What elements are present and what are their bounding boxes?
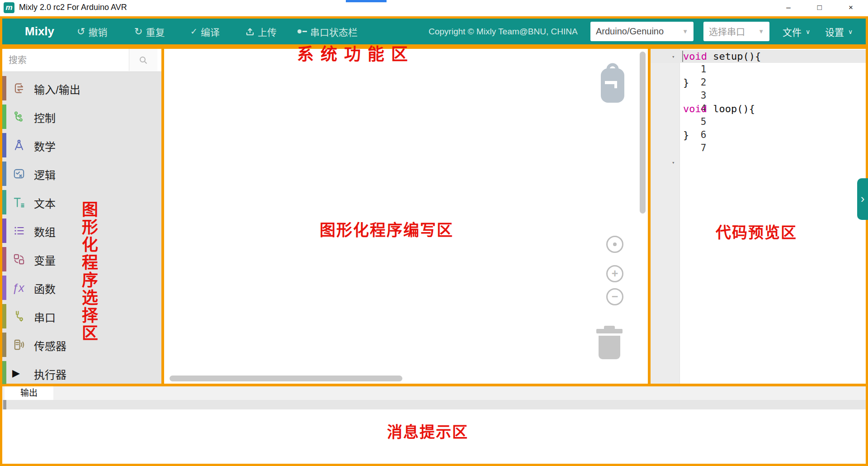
blockly-canvas[interactable]: + − 图形化程序编写区 <box>162 47 650 386</box>
play-icon: ▶ <box>12 366 26 380</box>
sidebar-item-text[interactable]: 文本 <box>2 189 161 216</box>
category-color-bar <box>2 247 6 271</box>
board-select[interactable]: Arduino/Genuino ▼ <box>590 22 693 41</box>
category-color-bar <box>2 133 6 157</box>
sidebar-item-io[interactable]: 输入/输出 <box>2 75 161 102</box>
chevron-down-icon: ∨ <box>806 28 810 35</box>
minimize-button[interactable]: – <box>776 0 801 16</box>
search-bar <box>2 49 161 72</box>
trash-icon[interactable] <box>596 326 623 362</box>
mixly-menu-button[interactable]: Mixly <box>25 19 54 44</box>
code-line: 5 ▾ void loop(){ <box>651 102 866 115</box>
array-icon <box>12 224 26 238</box>
category-color-bar <box>2 361 6 385</box>
code-preview-panel: 1 ▾ void setup(){ 2 3 } 4 5 ▾ void loop(… <box>648 47 868 386</box>
chevron-down-icon: ▼ <box>758 28 764 35</box>
code-line: 4 <box>651 89 866 102</box>
annotation-canvas-area: 图形化程序编写区 <box>320 217 453 240</box>
upload-icon <box>245 27 255 36</box>
code-line: 3 } <box>651 76 866 89</box>
port-select[interactable]: 选择串口 ▼ <box>703 22 769 41</box>
horizontal-scrollbar[interactable] <box>170 376 402 381</box>
undo-icon: ↺ <box>77 27 85 37</box>
sidebar-item-variable[interactable]: 变量 <box>2 246 161 273</box>
function-icon: ƒx <box>12 281 26 295</box>
category-color-bar <box>2 304 6 328</box>
sidebar-item-sensor[interactable]: 传感器 <box>2 331 161 358</box>
search-icon <box>139 56 148 65</box>
file-menu-button[interactable]: 文件 ∨ <box>783 19 810 44</box>
top-blue-strip <box>346 0 387 2</box>
crosshair-icon <box>613 243 617 246</box>
titlebar: m Mixly 2.0 rc2 For Arduino AVR – □ × <box>0 0 868 16</box>
io-icon <box>12 81 26 95</box>
category-color-bar <box>2 190 6 214</box>
sidebar-item-logic[interactable]: 逻辑 <box>2 160 161 187</box>
search-input[interactable] <box>8 51 125 69</box>
maximize-button[interactable]: □ <box>807 0 832 16</box>
panel-expander-button[interactable]: › <box>857 178 868 220</box>
chevron-right-icon: › <box>861 192 865 205</box>
search-button[interactable] <box>129 49 157 71</box>
category-color-bar <box>2 162 6 186</box>
category-color-bar <box>2 276 6 300</box>
control-icon <box>12 110 26 124</box>
redo-button[interactable]: ↻ 重复 <box>134 19 165 44</box>
category-color-bar <box>2 105 6 129</box>
code-line: 7 } <box>651 128 866 142</box>
sidebar-item-serial[interactable]: 串口 <box>2 303 161 330</box>
category-color-bar <box>2 333 6 357</box>
tab-output[interactable]: 输出 <box>5 386 53 400</box>
check-icon: ✓ <box>190 27 198 36</box>
zoom-in-button[interactable]: + <box>606 265 623 282</box>
serial-status-button[interactable]: 串口状态栏 <box>297 19 358 44</box>
category-color-bar <box>2 219 6 243</box>
sidebar-item-function[interactable]: ƒx 函数 <box>2 274 161 301</box>
fold-toggle-icon[interactable]: ▾ <box>672 50 675 63</box>
redo-icon: ↻ <box>134 27 142 37</box>
sensor-icon <box>12 338 26 352</box>
upload-button[interactable]: 上传 <box>245 19 277 44</box>
annotation-code-area: 代码预览区 <box>716 220 797 243</box>
block-palette-sidebar: 输入/输出 控制 数学 <box>0 47 164 386</box>
sidebar-item-actuator[interactable]: ▶ 执行器 <box>2 360 161 387</box>
code-line: 6 <box>651 115 866 128</box>
sidebar-item-math[interactable]: 数学 <box>2 132 161 159</box>
serial-dash-icon <box>302 31 307 32</box>
settings-menu-button[interactable]: 设置 ∨ <box>825 19 853 44</box>
serial-dot-icon <box>297 29 302 33</box>
window-title: Mixly 2.0 rc2 For Arduino AVR <box>19 3 127 12</box>
chevron-down-icon: ▼ <box>682 28 688 35</box>
copyright-text: Copyright © Mixly Team@BNU, CHINA <box>429 19 578 44</box>
category-color-bar <box>2 76 6 100</box>
backpack-icon[interactable] <box>598 60 627 106</box>
output-tabstrip: 输出 <box>2 386 866 400</box>
output-scroll-row <box>2 400 866 409</box>
text-icon <box>12 195 26 209</box>
sidebar-item-control[interactable]: 控制 <box>2 103 161 130</box>
close-button[interactable]: × <box>838 0 863 16</box>
serial-icon <box>12 309 26 323</box>
sidebar-item-array[interactable]: 数组 <box>2 217 161 244</box>
output-panel: 输出 消息提示区 <box>0 384 868 466</box>
variable-icon <box>12 252 26 266</box>
zoom-out-button[interactable]: − <box>606 288 623 305</box>
app-logo-icon: m <box>4 2 14 13</box>
annotation-output-area: 消息提示区 <box>387 420 468 442</box>
zoom-reset-button[interactable] <box>606 236 623 253</box>
math-icon <box>12 138 26 152</box>
undo-button[interactable]: ↺ 撤销 <box>77 19 107 44</box>
logic-icon <box>12 167 26 181</box>
code-line: 2 <box>651 63 866 76</box>
chevron-down-icon: ∨ <box>848 28 853 35</box>
output-scroll-thumb[interactable] <box>3 400 6 409</box>
compile-button[interactable]: ✓ 编译 <box>190 19 220 44</box>
vertical-scrollbar[interactable] <box>640 52 646 214</box>
text-cursor <box>682 51 683 62</box>
mixly-window: m Mixly 2.0 rc2 For Arduino AVR – □ × Mi… <box>0 0 868 466</box>
toolbar: Mixly ↺ 撤销 ↻ 重复 ✓ 编译 上传 串口状态栏 Copyright <box>0 16 868 47</box>
